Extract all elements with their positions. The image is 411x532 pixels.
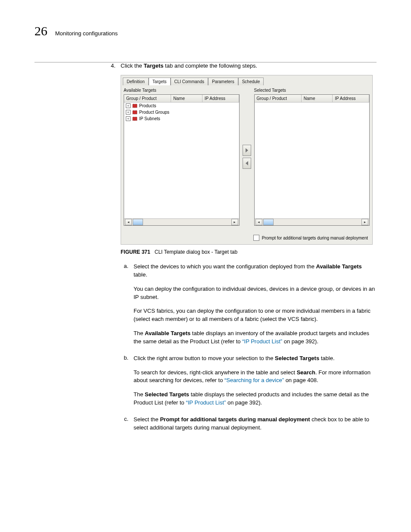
ip-product-list-link[interactable]: “IP Product List”: [242, 338, 282, 345]
expand-icon[interactable]: +: [126, 116, 131, 121]
horizontal-scrollbar[interactable]: ◄ ►: [255, 218, 370, 225]
scroll-right-icon[interactable]: ►: [231, 219, 238, 225]
selected-targets-title: Selected Targets: [254, 88, 370, 93]
tab-schedule[interactable]: Schedule: [238, 78, 264, 85]
figure-caption: FIGURE 371 CLI Template dialog box - Tar…: [121, 249, 377, 255]
ip-product-list-link[interactable]: “IP Product List”: [186, 399, 226, 406]
horizontal-scrollbar[interactable]: ◄ ►: [124, 218, 239, 225]
book-icon: [132, 110, 137, 115]
tree-products[interactable]: + Products: [124, 103, 239, 109]
substep-a-body: Select the devices to which you want the…: [134, 263, 377, 352]
substep-c-body: Select the Prompt for additional targets…: [134, 416, 377, 438]
expand-icon[interactable]: +: [126, 103, 131, 108]
col-group-product[interactable]: Group / Product: [124, 95, 171, 102]
expand-icon[interactable]: +: [126, 110, 131, 115]
substep-b-body: Click the right arrow button to move you…: [134, 355, 377, 413]
substep-letter: c.: [121, 416, 128, 438]
chapter-number: 26: [34, 24, 47, 38]
scroll-right-icon[interactable]: ►: [361, 219, 368, 225]
scroll-thumb[interactable]: [133, 219, 143, 225]
col-ip-address[interactable]: IP Address: [202, 95, 239, 102]
dialog-screenshot: Definition Targets CLI Commands Paramete…: [121, 75, 373, 245]
book-icon: [132, 117, 137, 121]
tree-product-groups[interactable]: + Product Groups: [124, 109, 239, 115]
col-ip-address[interactable]: IP Address: [333, 95, 369, 102]
available-targets-title: Available Targets: [124, 88, 240, 93]
scroll-left-icon[interactable]: ◄: [125, 219, 132, 225]
tree-ip-subnets[interactable]: + IP Subnets: [124, 115, 239, 122]
col-name[interactable]: Name: [171, 95, 202, 102]
chapter-title: Monitoring configurations: [55, 30, 118, 37]
selected-targets-table[interactable]: Group / Product Name IP Address ◄ ►: [254, 94, 370, 226]
tab-cli-commands[interactable]: CLI Commands: [171, 78, 208, 85]
available-targets-table[interactable]: Group / Product Name IP Address + Produc…: [124, 94, 240, 226]
tab-targets[interactable]: Targets: [149, 78, 171, 85]
step-text: Click the Targets tab and complete the f…: [121, 62, 377, 69]
step-number: 4.: [108, 62, 115, 69]
book-icon: [132, 104, 137, 108]
substep-letter: b.: [121, 355, 128, 413]
substep-letter: a.: [121, 263, 128, 352]
dialog-tabbar: Definition Targets CLI Commands Paramete…: [121, 75, 372, 85]
searching-device-link[interactable]: “Searching for a device”: [224, 377, 284, 383]
tab-parameters[interactable]: Parameters: [208, 78, 238, 85]
scroll-left-icon[interactable]: ◄: [255, 219, 262, 225]
move-right-button[interactable]: [243, 145, 251, 156]
tab-definition[interactable]: Definition: [123, 78, 149, 85]
prompt-additional-targets-label: Prompt for additional targets during man…: [262, 236, 368, 240]
scroll-thumb[interactable]: [263, 219, 274, 225]
col-group-product[interactable]: Group / Product: [255, 95, 302, 102]
prompt-additional-targets-checkbox[interactable]: [253, 235, 259, 241]
move-left-button[interactable]: [243, 158, 251, 169]
col-name[interactable]: Name: [302, 95, 333, 102]
